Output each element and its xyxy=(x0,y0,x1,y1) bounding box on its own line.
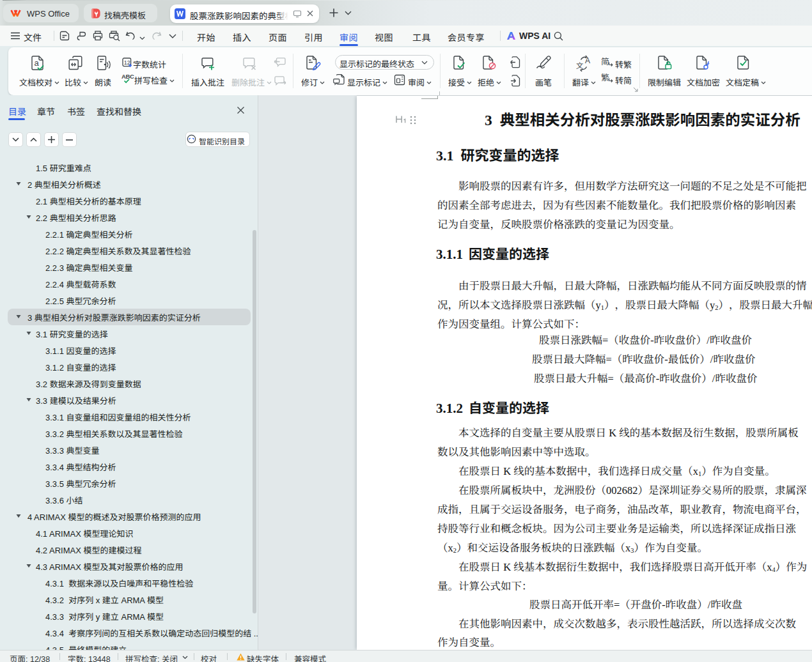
svg-text:12: 12 xyxy=(124,59,130,66)
svg-text:A: A xyxy=(585,56,590,65)
svg-text:ABC: ABC xyxy=(121,73,134,80)
svg-text:繁: 繁 xyxy=(601,72,609,83)
svg-text:文: 文 xyxy=(576,60,584,70)
svg-text:a: a xyxy=(35,58,40,68)
svg-text:简: 简 xyxy=(601,56,609,67)
